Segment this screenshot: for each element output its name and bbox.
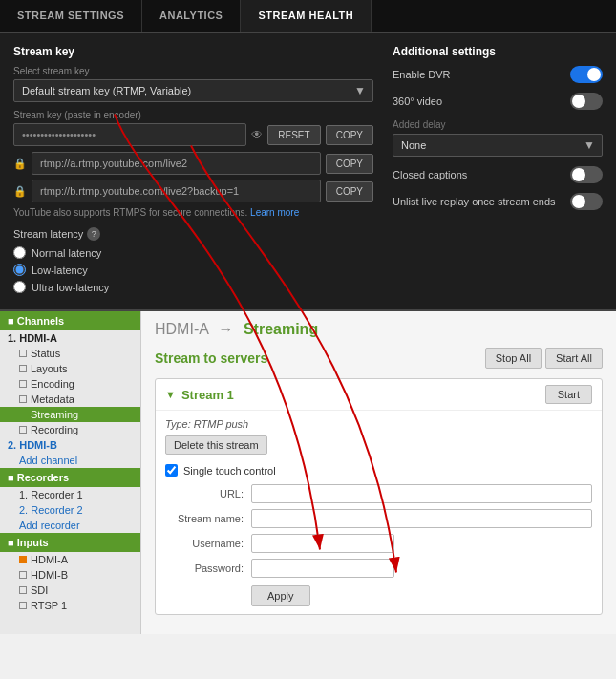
sidebar-item-input-hdmib[interactable]: HDMI-B bbox=[0, 567, 140, 583]
additional-settings-section: Additional settings Enable DVR 360° vide… bbox=[393, 45, 603, 298]
lock-icon-1: 🔒 bbox=[13, 158, 27, 170]
sidebar-item-layouts[interactable]: Layouts bbox=[0, 361, 140, 376]
main-content: HDMI-A → Streaming Stream to servers Sto… bbox=[141, 311, 616, 634]
breadcrumb-page: Streaming bbox=[244, 321, 318, 337]
stream1-box: ▼ Stream 1 Start Type: RTMP push Delete … bbox=[155, 378, 603, 615]
dvr-label: Enable DVR bbox=[393, 69, 451, 80]
video360-toggle[interactable] bbox=[570, 93, 603, 110]
wirecast-panel: ■ Channels 1. HDMI-A Status Layouts Enco… bbox=[0, 311, 616, 679]
single-touch-label: Single touch control bbox=[183, 465, 276, 477]
recording-square-icon bbox=[19, 426, 27, 434]
tab-bar: STREAM SETTINGS ANALYTICS STREAM HEALTH bbox=[0, 0, 616, 33]
sidebar-item-metadata[interactable]: Metadata bbox=[0, 392, 140, 407]
copy-key-button[interactable]: COPY bbox=[326, 125, 373, 145]
help-icon[interactable]: ? bbox=[87, 227, 100, 241]
stream-key-select[interactable]: Default stream key (RTMP, Variable) bbox=[13, 79, 373, 102]
additional-settings-title: Additional settings bbox=[393, 45, 603, 58]
password-label: Password: bbox=[165, 562, 251, 574]
tab-analytics[interactable]: ANALYTICS bbox=[142, 0, 241, 32]
sidebar-item-encoding[interactable]: Encoding bbox=[0, 376, 140, 392]
username-label: Username: bbox=[165, 538, 251, 549]
add-channel-link[interactable]: Add channel bbox=[0, 453, 140, 468]
rtsp1-square-icon bbox=[19, 602, 27, 609]
delete-stream-button[interactable]: Delete this stream bbox=[165, 435, 267, 455]
breadcrumb-channel: HDMI-A bbox=[155, 321, 208, 337]
backup-url-input[interactable] bbox=[32, 180, 321, 202]
sidebar-item-status[interactable]: Status bbox=[0, 346, 140, 361]
sidebar-item-input-hdmia[interactable]: HDMI-A bbox=[0, 552, 140, 567]
hdmia-square-icon bbox=[19, 556, 27, 563]
dvr-toggle[interactable] bbox=[570, 66, 603, 83]
url-label: URL: bbox=[165, 488, 251, 499]
captions-toggle[interactable] bbox=[570, 166, 603, 183]
sidebar-item-input-sdi[interactable]: SDI bbox=[0, 583, 140, 598]
sidebar-item-hdmi-a[interactable]: 1. HDMI-A bbox=[0, 330, 140, 346]
latency-ultra[interactable]: Ultra low-latency bbox=[13, 281, 373, 293]
username-input[interactable] bbox=[251, 534, 394, 553]
stream-name-input[interactable] bbox=[251, 509, 592, 528]
unlist-label: Unlist live replay once stream ends bbox=[393, 196, 556, 207]
password-input[interactable] bbox=[251, 559, 394, 578]
stream-settings-panel: STREAM SETTINGS ANALYTICS STREAM HEALTH … bbox=[0, 0, 616, 311]
tab-stream-health[interactable]: STREAM HEALTH bbox=[241, 0, 372, 32]
stop-all-button[interactable]: Stop All bbox=[485, 348, 542, 369]
breadcrumb: HDMI-A → Streaming bbox=[155, 321, 603, 338]
captions-label: Closed captions bbox=[393, 169, 467, 180]
learn-more-link[interactable]: Learn more bbox=[250, 207, 299, 218]
chevron-icon: ▼ bbox=[165, 389, 176, 400]
sidebar-item-recorder2[interactable]: 2. Recorder 2 bbox=[0, 502, 140, 518]
url-input[interactable] bbox=[251, 484, 592, 503]
stream-servers-title: Stream to servers bbox=[155, 350, 267, 366]
hdmib-square-icon bbox=[19, 571, 27, 579]
channels-header[interactable]: ■ Channels bbox=[0, 311, 140, 330]
copy-url-button[interactable]: COPY bbox=[326, 154, 373, 174]
tab-stream-settings[interactable]: STREAM SETTINGS bbox=[0, 0, 142, 32]
breadcrumb-arrow: → bbox=[218, 321, 233, 337]
status-square-icon bbox=[19, 350, 27, 357]
reset-button[interactable]: RESET bbox=[267, 125, 320, 145]
unlist-toggle[interactable] bbox=[570, 193, 603, 210]
delay-select[interactable]: None bbox=[393, 134, 603, 157]
stream-key-input[interactable] bbox=[13, 123, 246, 146]
apply-button[interactable]: Apply bbox=[251, 585, 310, 606]
copy-backup-button[interactable]: COPY bbox=[326, 181, 373, 202]
stream1-body: Type: RTMP push Delete this stream Singl… bbox=[156, 411, 602, 614]
eye-icon[interactable]: 👁 bbox=[251, 128, 263, 141]
rtmps-note: YouTube also supports RTMPS for secure c… bbox=[13, 207, 373, 218]
latency-title: Stream latency ? bbox=[13, 227, 373, 241]
start-button[interactable]: Start bbox=[545, 385, 592, 404]
stream-type: Type: RTMP push bbox=[165, 418, 592, 430]
stream-key-section: Stream key Select stream key Default str… bbox=[13, 45, 373, 298]
latency-normal[interactable]: Normal latency bbox=[13, 246, 373, 259]
sidebar-item-recorder1[interactable]: 1. Recorder 1 bbox=[0, 487, 140, 502]
stream1-name: ▼ Stream 1 bbox=[165, 388, 234, 402]
encoding-square-icon bbox=[19, 380, 27, 388]
server-url-input[interactable] bbox=[32, 152, 321, 175]
lock-icon-2: 🔒 bbox=[13, 185, 27, 198]
sidebar-item-streaming[interactable]: Streaming bbox=[0, 407, 140, 422]
video360-label: 360° video bbox=[393, 95, 442, 107]
stream-key-label: Stream key (paste in encoder) bbox=[13, 110, 373, 120]
latency-low[interactable]: Low-latency bbox=[13, 264, 373, 276]
action-buttons: Stop All Start All bbox=[485, 348, 603, 369]
sidebar: ■ Channels 1. HDMI-A Status Layouts Enco… bbox=[0, 311, 141, 634]
recorders-header[interactable]: ■ Recorders bbox=[0, 468, 140, 487]
inputs-header[interactable]: ■ Inputs bbox=[0, 533, 140, 552]
stream-key-title: Stream key bbox=[13, 45, 373, 58]
start-all-button[interactable]: Start All bbox=[545, 348, 603, 369]
sidebar-item-input-rtsp1[interactable]: RTSP 1 bbox=[0, 598, 140, 613]
single-touch-checkbox[interactable] bbox=[165, 464, 178, 477]
streaming-square-icon bbox=[19, 411, 27, 418]
layouts-square-icon bbox=[19, 365, 27, 372]
sdi-square-icon bbox=[19, 586, 27, 594]
metadata-square-icon bbox=[19, 395, 27, 403]
delay-label: Added delay bbox=[393, 119, 603, 130]
stream-name-form-label: Stream name: bbox=[165, 513, 251, 524]
sidebar-item-hdmi-b[interactable]: 2. HDMI-B bbox=[0, 437, 140, 453]
select-stream-key-label: Select stream key bbox=[13, 66, 373, 76]
sidebar-item-recording[interactable]: Recording bbox=[0, 422, 140, 437]
add-recorder-link[interactable]: Add recorder bbox=[0, 518, 140, 533]
